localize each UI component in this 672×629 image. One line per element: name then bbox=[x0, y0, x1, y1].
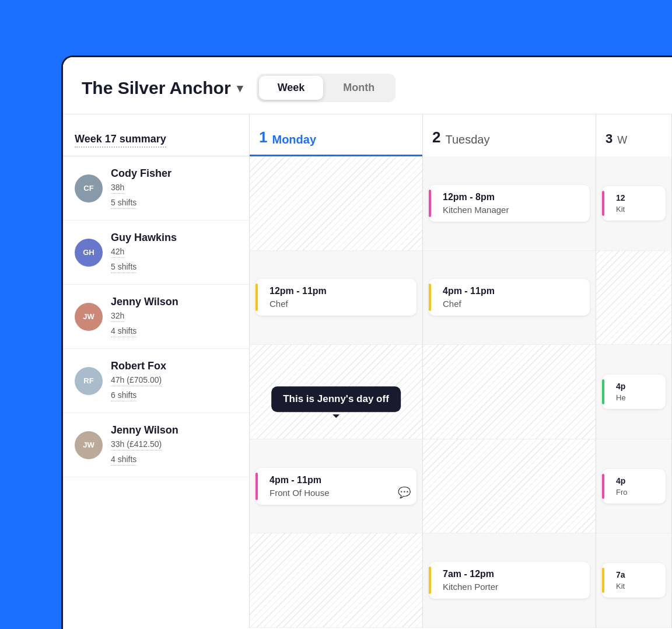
cell-3-1[interactable] bbox=[596, 251, 671, 345]
employee-shifts: 5 shifts bbox=[111, 262, 136, 273]
cell-1-4[interactable] bbox=[250, 533, 422, 628]
shift-time: 7a bbox=[610, 570, 657, 579]
employee-shifts: 6 shifts bbox=[111, 390, 136, 401]
cell-2-4[interactable]: 7am - 12pm Kitchen Porter bbox=[423, 533, 596, 628]
cell-3-3[interactable]: 4p Fro bbox=[596, 439, 671, 534]
calendar-wrapper: Week 17 summary CF Cody Fisher 38h 5 shi… bbox=[63, 114, 672, 628]
employee-info: Cody Fisher 38h 5 shifts bbox=[111, 167, 237, 209]
shift-card[interactable]: 7am - 12pm Kitchen Porter bbox=[429, 562, 590, 599]
shift-time: 4p bbox=[610, 382, 657, 391]
cell-3-4[interactable]: 7a Kit bbox=[596, 533, 671, 628]
cell-1-3[interactable]: 4pm - 11pm Front Of House 💬 bbox=[250, 439, 422, 534]
cell-2-0[interactable]: 12pm - 8pm Kitchen Manager bbox=[423, 156, 596, 251]
day-cells-3: 12 Kit 4p He 4p Fro 7a Kit bbox=[596, 156, 671, 628]
tooltip-bubble: This is Jenny's day off bbox=[271, 387, 401, 413]
tab-week[interactable]: Week bbox=[259, 76, 324, 100]
cell-2-1[interactable]: 4pm - 11pm Chef bbox=[423, 251, 596, 345]
accent-bar bbox=[602, 568, 604, 593]
day-cells-2: 12pm - 8pm Kitchen Manager 4pm - 11pm Ch… bbox=[423, 156, 596, 628]
employee-row: RF Robert Fox 47h (£705.00) 6 shifts bbox=[63, 349, 249, 413]
day-name: W bbox=[617, 134, 627, 146]
note-icon: 💬 bbox=[398, 486, 411, 499]
shift-role: Kit bbox=[610, 205, 657, 214]
shift-card-partial[interactable]: 4p He bbox=[602, 375, 666, 409]
avatar: JW bbox=[75, 431, 103, 459]
day-header-1[interactable]: 1 Monday bbox=[250, 114, 422, 156]
cell-1-2[interactable]: This is Jenny's day off bbox=[250, 345, 422, 439]
shift-time: 12 bbox=[610, 193, 657, 202]
cell-2-3[interactable] bbox=[423, 439, 596, 534]
avatar: CF bbox=[75, 174, 103, 202]
employee-hours: 42h bbox=[111, 247, 124, 258]
employee-list: CF Cody Fisher 38h 5 shifts GH Guy Hawki… bbox=[63, 156, 249, 628]
chevron-down-icon: ▾ bbox=[237, 81, 243, 95]
venue-name: The Silver Anchor bbox=[82, 78, 231, 98]
cell-3-0[interactable]: 12 Kit bbox=[596, 156, 671, 251]
shift-role: Kitchen Porter bbox=[437, 582, 582, 592]
day-col-2: 2 Tuesday 12pm - 8pm Kitchen Manager 4pm… bbox=[423, 114, 596, 628]
shift-card[interactable]: 4pm - 11pm Front Of House 💬 bbox=[256, 468, 416, 505]
day-header-3[interactable]: 3 W bbox=[596, 114, 671, 156]
cell-3-2[interactable]: 4p He bbox=[596, 345, 671, 439]
cell-1-0[interactable] bbox=[250, 156, 422, 251]
day-number: 2 bbox=[432, 128, 440, 146]
shift-role: Fro bbox=[610, 488, 657, 497]
venue-title[interactable]: The Silver Anchor ▾ bbox=[82, 78, 243, 98]
employee-shifts: 5 shifts bbox=[111, 198, 136, 209]
cell-2-2[interactable] bbox=[423, 345, 596, 439]
week-summary-label: Week 17 summary bbox=[75, 133, 166, 148]
employee-info: Robert Fox 47h (£705.00) 6 shifts bbox=[111, 360, 237, 401]
shift-card-partial[interactable]: 4p Fro bbox=[602, 469, 666, 504]
summary-column-header: Week 17 summary bbox=[63, 114, 249, 156]
shift-time: 12pm - 8pm bbox=[437, 192, 582, 202]
shift-role: Chef bbox=[264, 299, 408, 309]
shift-time: 7am - 12pm bbox=[437, 569, 582, 579]
employee-name: Jenny Wilson bbox=[111, 296, 237, 308]
accent-bar bbox=[429, 567, 431, 594]
accent-bar bbox=[429, 190, 431, 217]
day-col-3: 3 W 12 Kit 4p He 4p Fro 7a Kit bbox=[596, 114, 672, 628]
employee-name: Robert Fox bbox=[111, 360, 237, 372]
days-area: 1 Monday 12pm - 11pm Chef This is Jenny'… bbox=[250, 114, 672, 628]
employee-row: JW Jenny Wilson 33h (£412.50) 4 shifts bbox=[63, 413, 249, 477]
shift-role: Kit bbox=[610, 582, 657, 590]
accent-bar bbox=[256, 473, 258, 500]
employee-shifts: 4 shifts bbox=[111, 326, 136, 337]
employee-name: Cody Fisher bbox=[111, 167, 237, 180]
shift-time: 4pm - 11pm bbox=[437, 286, 582, 296]
shift-card-partial[interactable]: 7a Kit bbox=[602, 563, 666, 597]
app-header: The Silver Anchor ▾ Week Month bbox=[63, 57, 672, 114]
accent-bar bbox=[602, 191, 604, 216]
employee-info: Guy Hawkins 42h 5 shifts bbox=[111, 232, 237, 273]
day-col-1: 1 Monday 12pm - 11pm Chef This is Jenny'… bbox=[250, 114, 423, 628]
day-number: 1 bbox=[259, 128, 267, 146]
day-number: 3 bbox=[606, 131, 612, 146]
device-frame: The Silver Anchor ▾ Week Month Week 17 s… bbox=[61, 55, 672, 629]
employee-row: CF Cody Fisher 38h 5 shifts bbox=[63, 156, 249, 221]
view-tab-group: Week Month bbox=[257, 74, 396, 102]
employee-info: Jenny Wilson 32h 4 shifts bbox=[111, 296, 237, 337]
avatar: GH bbox=[75, 239, 103, 267]
employee-info: Jenny Wilson 33h (£412.50) 4 shifts bbox=[111, 424, 237, 466]
shift-card-partial[interactable]: 12 Kit bbox=[602, 186, 666, 221]
shift-card[interactable]: 4pm - 11pm Chef bbox=[429, 279, 590, 316]
summary-column: Week 17 summary CF Cody Fisher 38h 5 shi… bbox=[63, 114, 250, 628]
day-name: Tuesday bbox=[445, 133, 489, 146]
day-header-2[interactable]: 2 Tuesday bbox=[423, 114, 596, 156]
accent-bar bbox=[602, 474, 604, 499]
cell-1-1[interactable]: 12pm - 11pm Chef bbox=[250, 251, 422, 345]
shift-role: He bbox=[610, 393, 657, 402]
employee-hours: 47h (£705.00) bbox=[111, 375, 162, 386]
shift-card[interactable]: 12pm - 8pm Kitchen Manager bbox=[429, 185, 590, 222]
shift-role: Chef bbox=[437, 299, 582, 309]
tab-month[interactable]: Month bbox=[324, 76, 393, 100]
shift-time: 4p bbox=[610, 476, 657, 485]
employee-hours: 33h (£412.50) bbox=[111, 439, 162, 450]
accent-bar bbox=[429, 284, 431, 311]
shift-role: Kitchen Manager bbox=[437, 205, 582, 215]
shift-card[interactable]: 12pm - 11pm Chef bbox=[256, 279, 416, 316]
employee-name: Guy Hawkins bbox=[111, 232, 237, 244]
shift-role: Front Of House bbox=[264, 488, 408, 498]
accent-bar bbox=[256, 284, 258, 311]
avatar: RF bbox=[75, 367, 103, 395]
